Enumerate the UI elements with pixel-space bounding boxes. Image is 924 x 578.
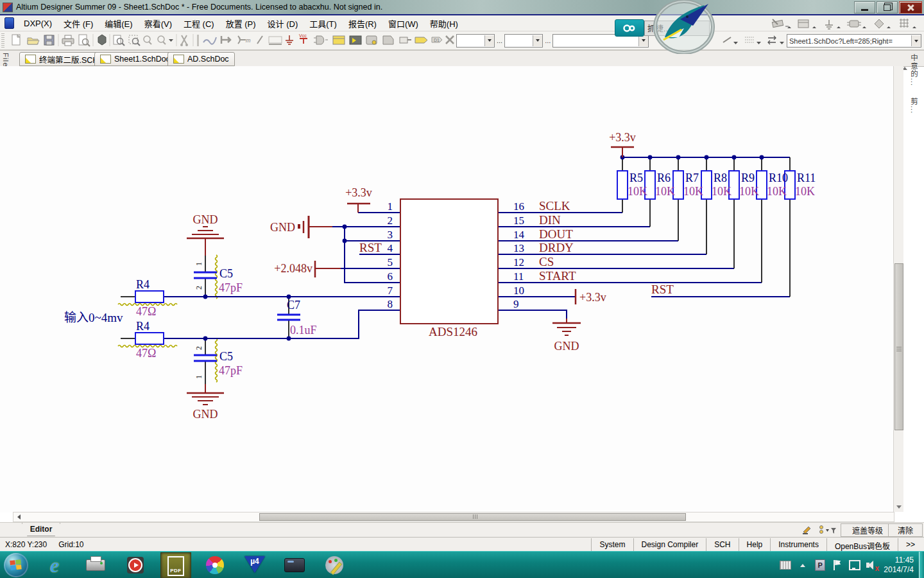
taskbar-paint-button[interactable] (320, 552, 349, 578)
volume-muted-icon[interactable]: x (866, 561, 878, 570)
zoom-selection-icon[interactable] (144, 36, 151, 44)
place-part-icon[interactable] (314, 36, 328, 44)
grid-tool-button[interactable] (900, 19, 916, 28)
doc-tab-3[interactable]: AD.SchDoc (167, 52, 235, 66)
panel-button-help[interactable]: Help (739, 538, 771, 551)
ime-tray-icon[interactable]: P (814, 561, 826, 570)
keyboard-tray-icon[interactable] (780, 561, 791, 570)
menu-place[interactable]: 放置 (P) (220, 15, 262, 31)
taskbar-mediaplayer-button[interactable] (121, 552, 150, 578)
place-bus-entry-icon[interactable] (257, 36, 262, 44)
panel-tab-favorites[interactable]: 中意的... (909, 54, 919, 86)
grid-dots-dropdown[interactable] (745, 37, 761, 44)
power-port-tool-button[interactable] (825, 20, 841, 29)
pullup-resistors[interactable]: R5 R6 R7 R8 R9 R10 R11 10K 10K 10K 10K 1… (617, 171, 816, 199)
taskbar-keil-button[interactable]: µ4 (240, 552, 270, 578)
place-bus-icon[interactable] (221, 36, 230, 44)
cap-c7[interactable]: C7 0.1uF (277, 299, 317, 337)
place-offsheet-connector-icon[interactable]: D1 (432, 37, 442, 42)
panel-tab-clipboard[interactable]: 剪... (909, 98, 919, 114)
schematic-canvas[interactable]: ADS1246 1 2 3 4 5 6 7 8 16 15 14 13 12 1… (0, 66, 893, 512)
open-document-icon[interactable] (28, 38, 39, 44)
doc-tab-1[interactable]: 终端第二版.SCH (19, 52, 104, 66)
sheet-symbol-tool-button[interactable] (798, 20, 816, 28)
menu-tools[interactable]: 工具(T) (304, 15, 343, 31)
wiring-toolbar-handle[interactable] (197, 35, 199, 46)
locator-dropdown-arrow[interactable] (911, 35, 921, 46)
place-net-label-icon[interactable] (269, 37, 282, 44)
toolbar-ellipsis-1[interactable]: ... (495, 37, 504, 44)
save-icon[interactable] (44, 35, 54, 45)
menu-edit[interactable]: 编辑(E) (99, 15, 138, 31)
line-style-dropdown[interactable] (723, 37, 738, 44)
start-button[interactable] (4, 553, 28, 577)
panel-button-instruments[interactable]: Instruments (770, 538, 826, 551)
hidden-icons-arrow[interactable] (797, 561, 809, 570)
menu-file[interactable]: 文件 (F) (58, 15, 99, 31)
document-locator-combo[interactable]: Sheet1.SchDoc?Left=285;Right= (787, 34, 921, 48)
place-signal-harness-icon[interactable]: m (238, 36, 251, 44)
chip-name[interactable]: ADS1246 (429, 325, 477, 338)
editor-tab[interactable]: Editor (22, 523, 60, 536)
panel-button-system[interactable]: System (591, 538, 633, 551)
scroll-left-arrow[interactable] (15, 513, 23, 521)
measure-tool-button[interactable] (772, 19, 791, 28)
panel-button-openbus[interactable]: OpenBus调色板 (826, 538, 898, 551)
cap-c5-bottom[interactable]: C5 47pF 2 1 (194, 346, 243, 379)
place-sheet-entry-icon[interactable] (350, 36, 361, 44)
close-button[interactable] (899, 1, 922, 13)
ordering-tool-button[interactable] (875, 19, 891, 28)
show-desktop-button[interactable] (919, 552, 924, 578)
taskbar-clock[interactable]: 11:45 2014/7/4 (884, 556, 914, 575)
place-vcc-port-icon[interactable]: Vcc (299, 33, 307, 44)
zoom-area-icon[interactable] (129, 35, 140, 46)
toolbar-drag-handle[interactable] (1, 33, 4, 48)
menu-window[interactable]: 窗口(W) (382, 15, 424, 31)
quick-search-box[interactable]: 抓捷... (644, 21, 710, 36)
horizontal-scrollbar[interactable] (13, 512, 894, 522)
network-tray-icon[interactable] (849, 561, 860, 570)
input-resistor-bottom[interactable]: R4 47Ω (135, 320, 164, 360)
panel-button-more[interactable]: >> (898, 538, 923, 551)
minimize-button[interactable] (854, 1, 875, 13)
cap-c5-top[interactable]: C5 47pF 1 2 (194, 262, 243, 294)
horizontal-scrollbar-thumb[interactable] (259, 513, 686, 521)
menu-reports[interactable]: 报告(R) (343, 15, 382, 31)
restore-button[interactable] (877, 1, 898, 13)
menu-dxp[interactable]: DXP(X) (18, 17, 58, 30)
mask-level-button[interactable]: 遮盖等级 (841, 523, 894, 537)
new-document-icon[interactable] (12, 35, 20, 45)
place-no-erc-icon[interactable] (446, 36, 454, 44)
vertical-scrollbar[interactable] (893, 66, 903, 512)
toolbar-combo-2[interactable] (504, 34, 543, 48)
place-harness-entry-icon[interactable] (400, 37, 411, 43)
place-gnd-port-icon[interactable] (286, 35, 293, 44)
panel-button-sch[interactable]: SCH (706, 538, 738, 551)
clear-filter-icon[interactable] (180, 35, 188, 46)
place-port-icon[interactable] (415, 37, 427, 43)
layout-director-icon[interactable] (98, 35, 106, 45)
taskbar-device-button[interactable] (280, 552, 309, 578)
menu-view[interactable]: 察看(V) (139, 15, 178, 31)
scroll-down-arrow[interactable] (894, 503, 903, 511)
clear-button[interactable]: 清除 (888, 523, 923, 537)
action-center-flag-icon[interactable] (832, 561, 843, 570)
zoom-document-icon[interactable] (114, 35, 124, 46)
dxp-icon[interactable] (4, 17, 14, 29)
chip-ads1246[interactable]: ADS1246 (400, 199, 498, 338)
taskbar-pdf-button-active[interactable]: PDF (160, 552, 191, 578)
swap-dropdown[interactable] (768, 36, 784, 44)
zoom-options-dropdown[interactable] (158, 36, 173, 44)
toolbar-combo-1[interactable] (456, 34, 495, 48)
place-wire-icon[interactable] (203, 37, 216, 44)
part-tool-button[interactable] (847, 21, 866, 28)
print-icon[interactable] (62, 35, 74, 46)
input-annotation[interactable]: 输入0~4mv (64, 311, 123, 324)
print-preview-icon[interactable] (79, 35, 90, 46)
place-harness-connector-icon[interactable] (383, 36, 393, 44)
taskbar-ie-button[interactable]: e (40, 552, 69, 578)
vertical-scrollbar-thumb[interactable] (894, 263, 903, 430)
taskbar-pinwheel-button[interactable] (200, 552, 230, 578)
quick-access-badge[interactable] (615, 19, 644, 37)
filter-selector-icon[interactable] (820, 526, 837, 534)
